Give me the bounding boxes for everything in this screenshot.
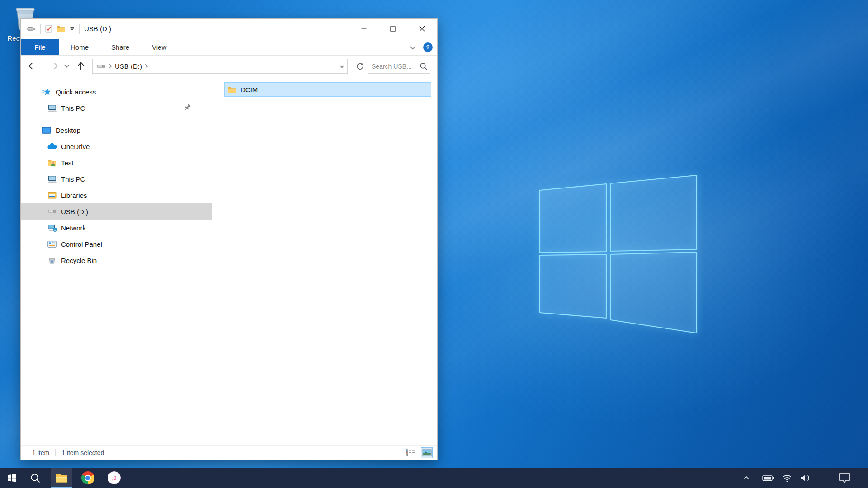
refresh-button[interactable]: [353, 59, 367, 74]
sidebar-item-label: Libraries: [61, 192, 87, 199]
sidebar-item-label: This PC: [61, 175, 85, 183]
navigation-pane: Quick accessThis PCDesktopOneDriveTestTh…: [21, 77, 212, 445]
separator: [40, 24, 41, 34]
back-button[interactable]: [25, 56, 41, 76]
status-text: 1 item: [32, 449, 49, 456]
taskbar-itunes-button[interactable]: ♫: [103, 468, 125, 488]
separator: [110, 449, 110, 456]
address-dropdown-icon[interactable]: [340, 65, 344, 68]
qat-customize-chevron-icon[interactable]: [70, 27, 75, 31]
minimize-button[interactable]: [349, 19, 378, 39]
this-pc-icon: [47, 104, 57, 112]
sidebar-item-recycle-bin[interactable]: ♻Recycle Bin: [21, 252, 212, 268]
ribbon-tabs: FileHomeShareView: [21, 39, 178, 55]
sidebar-item-label: USB (D:): [61, 208, 88, 216]
forward-button[interactable]: [46, 56, 61, 76]
show-desktop-button[interactable]: [863, 470, 863, 485]
folder-icon[interactable]: [57, 25, 65, 32]
status-bar: 1 item1 item selected: [21, 445, 437, 460]
sidebar-item-label: Network: [61, 224, 86, 232]
pin-icon: [184, 103, 191, 111]
sidebar-item-label: OneDrive: [61, 143, 90, 150]
sidebar-item-test[interactable]: Test: [21, 155, 212, 171]
taskbar-chrome-button[interactable]: [77, 468, 99, 488]
check-document-icon[interactable]: [45, 25, 52, 33]
file-item-dcim[interactable]: DCIM: [224, 82, 431, 97]
search-input[interactable]: [372, 63, 419, 70]
sidebar-item-control-panel[interactable]: Control Panel: [21, 236, 212, 252]
svg-text:♻: ♻: [51, 260, 53, 263]
tab-file[interactable]: File: [21, 39, 59, 55]
usb-drive-icon: [97, 64, 105, 69]
volume-icon[interactable]: [797, 468, 814, 488]
this-pc-icon: [47, 175, 57, 183]
libraries-icon: [47, 192, 57, 199]
tab-home[interactable]: Home: [59, 39, 100, 55]
user-folder-icon: [47, 159, 57, 166]
taskbar-start-button[interactable]: [1, 468, 23, 488]
taskbar-search-button[interactable]: [24, 468, 46, 488]
action-center-button[interactable]: [835, 468, 854, 488]
breadcrumb-chevron-icon[interactable]: [108, 64, 112, 69]
taskbar: ♫: [0, 468, 868, 488]
tray-expand-button[interactable]: [738, 468, 755, 488]
control-panel-icon: [47, 241, 57, 248]
sidebar-item-onedrive[interactable]: OneDrive: [21, 138, 212, 155]
sidebar-item-desktop[interactable]: Desktop: [21, 122, 212, 138]
file-item-label: DCIM: [241, 86, 258, 94]
details-view-button[interactable]: [405, 447, 416, 458]
close-button[interactable]: [407, 19, 436, 39]
chrome-icon: [81, 471, 94, 484]
wifi-icon[interactable]: [778, 468, 796, 488]
usb-drive-icon: [47, 209, 57, 214]
battery-icon[interactable]: [760, 468, 777, 488]
sidebar-item-usb-d-[interactable]: USB (D:): [21, 203, 212, 220]
windows-logo-icon: [7, 473, 17, 483]
sidebar-item-this-pc[interactable]: This PC: [21, 171, 212, 187]
up-button[interactable]: [73, 56, 89, 76]
breadcrumb-item[interactable]: USB (D:): [115, 62, 142, 70]
magnifier-icon[interactable]: [420, 62, 428, 70]
desktop-display-icon: [42, 127, 52, 134]
usb-drive-icon: [27, 26, 36, 32]
folder-icon: [227, 86, 236, 93]
sidebar-item-libraries[interactable]: Libraries: [21, 187, 212, 203]
quick-access-star-icon: [42, 88, 52, 96]
file-explorer-window: USB (D:) FileHomeShareView ? USB (D:) Qu…: [20, 18, 438, 460]
sidebar-item-quick-access[interactable]: Quick access: [21, 84, 212, 100]
sidebar-item-network[interactable]: Network: [21, 220, 212, 236]
recent-locations-button[interactable]: [61, 56, 72, 76]
status-text: 1 item selected: [61, 449, 104, 456]
search-box[interactable]: [368, 59, 430, 74]
help-button[interactable]: ?: [423, 42, 433, 52]
tab-share[interactable]: Share: [100, 39, 141, 55]
large-icons-view-button[interactable]: [421, 447, 433, 458]
sidebar-item-label: Quick access: [56, 88, 96, 96]
sidebar-item-this-pc[interactable]: This PC: [21, 100, 212, 116]
onedrive-icon: [47, 143, 57, 150]
network-icon: [47, 224, 57, 232]
separator: [79, 24, 80, 34]
navigation-bar: USB (D:): [21, 56, 437, 76]
sidebar-item-label: This PC: [61, 104, 85, 112]
sidebar-item-label: Desktop: [56, 127, 80, 134]
sidebar-item-label: Recycle Bin: [61, 257, 97, 264]
title-bar[interactable]: USB (D:): [21, 19, 437, 39]
sidebar-item-label: Control Panel: [61, 240, 102, 248]
window-title: USB (D:): [84, 25, 111, 33]
maximize-button[interactable]: [378, 19, 407, 39]
address-bar[interactable]: USB (D:): [92, 59, 348, 74]
sidebar-item-label: Test: [61, 159, 74, 167]
itunes-icon: ♫: [108, 471, 121, 484]
sidebar-gap: [21, 116, 212, 122]
caption-buttons: [349, 19, 436, 39]
recycle-bin-small-icon: ♻: [47, 257, 57, 264]
ribbon-tabs-row: FileHomeShareView ?: [21, 39, 437, 56]
breadcrumb-chevron-icon[interactable]: [145, 64, 148, 69]
taskbar-file-explorer-button[interactable]: [51, 468, 72, 488]
file-list-pane[interactable]: DCIM: [212, 77, 437, 445]
tab-view[interactable]: View: [141, 39, 178, 55]
quick-access-toolbar: [27, 24, 80, 34]
file-explorer-icon: [55, 473, 68, 483]
ribbon-collapse-chevron-icon[interactable]: [410, 43, 416, 52]
